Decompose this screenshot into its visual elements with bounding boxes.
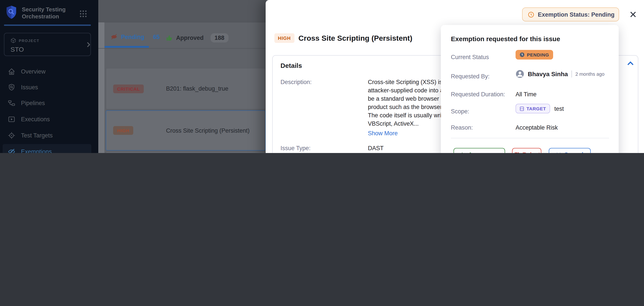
module-grid-icon[interactable] — [80, 10, 87, 18]
sidebar-item-issues[interactable]: Issues — [0, 81, 98, 94]
sidebar-item-label: Issues — [21, 84, 38, 90]
scope-target-chip: TARGET — [516, 104, 550, 113]
exemption-popover: Exemption requested for this issue Curre… — [441, 25, 619, 153]
requested-when: 2 months ago — [576, 71, 604, 77]
play-box-icon — [8, 115, 15, 123]
requester-name: Bhavya Sinha — [528, 70, 568, 77]
tab-approved-label: Approved — [176, 35, 204, 41]
sidebar: Security Testing Orchestration PROJECT S… — [0, 0, 98, 153]
shield-search-icon — [8, 83, 15, 91]
sidebar-item-label: Exemptions — [21, 148, 52, 153]
detail-severity-badge: HIGH — [274, 33, 294, 43]
issue-title: Cross Site Scripting (Persistent) — [166, 127, 250, 134]
exemption-status-banner: Exemption Status: Pending — [522, 8, 619, 22]
cancel-button[interactable]: Cancel — [549, 148, 591, 153]
tab-pending[interactable]: Pending 65 — [110, 33, 160, 40]
sidebar-item-label: Executions — [21, 116, 50, 122]
severity-badge: HIGH — [113, 126, 133, 135]
sidebar-item-label: Overview — [21, 68, 46, 75]
avatar-icon — [516, 70, 524, 78]
requested-by-value: Bhavya Sinha 2 months ago — [516, 70, 604, 78]
sidebar-item-overview[interactable]: Overview — [0, 65, 98, 78]
pending-exemptions-panel: Pending 65 Approved 188 SEVERITY ISSUE C… — [98, 0, 266, 153]
active-tab-underline — [104, 46, 149, 48]
sidebar-item-executions[interactable]: Executions — [0, 112, 98, 126]
severity-badge: CRITICAL — [113, 84, 144, 93]
scope-target-name: test — [554, 105, 564, 112]
target-icon — [8, 131, 15, 139]
exemption-title: Exemption requested for this issue — [451, 35, 560, 43]
requested-duration-label: Requested Duration: — [451, 91, 505, 98]
tab-divider — [98, 48, 266, 49]
details-heading: Details — [280, 62, 302, 69]
issue-title: B201: flask_debug_true — [166, 85, 228, 92]
app-title: Security Testing Orchestration — [22, 6, 79, 20]
tab-pending-count: 65 — [153, 34, 160, 40]
sidebar-item-test-targets[interactable]: Test Targets — [0, 129, 98, 142]
project-label: PROJECT — [19, 39, 39, 43]
description-label: Description: — [280, 79, 312, 85]
current-status-badge: PENDING — [516, 50, 553, 60]
cancel-label: Cancel — [564, 151, 584, 153]
pipeline-icon — [8, 99, 15, 107]
app-logo-shield-icon — [6, 5, 17, 19]
list-header-strip — [98, 0, 266, 22]
collapse-chevron-icon[interactable] — [627, 61, 634, 66]
issue-row[interactable]: MEDIUM Detected a Generic API Key, poten… — [106, 151, 266, 153]
banner-label: Exemption Status: Pending — [538, 11, 614, 18]
eye-off-icon — [8, 148, 15, 153]
current-status-value: PENDING — [527, 52, 549, 57]
issue-detail-drawer: Exemption Status: Pending HIGH Cross Sit… — [266, 0, 644, 153]
app-root: Security Testing Orchestration PROJECT S… — [0, 0, 644, 153]
reject-button[interactable]: Reject — [512, 148, 541, 153]
scope-tag-label: TARGET — [526, 106, 546, 111]
chevron-right-icon — [86, 42, 90, 48]
divider — [572, 70, 572, 77]
issue-type-value: DAST — [368, 145, 384, 151]
show-more-link[interactable]: Show More — [368, 130, 398, 136]
project-name: STO — [10, 46, 24, 53]
sidebar-item-exemptions[interactable]: Exemptions — [0, 145, 98, 153]
sidebar-item-pipelines[interactable]: Pipelines — [0, 96, 98, 109]
requested-by-label: Requested By: — [451, 73, 490, 80]
home-icon — [8, 68, 15, 75]
project-selector[interactable]: PROJECT STO — [4, 33, 91, 56]
list-scrollbar[interactable] — [98, 0, 104, 153]
sidebar-accent-divider — [4, 25, 91, 26]
approve-label: Approve — [468, 151, 492, 153]
clock-icon — [528, 11, 534, 18]
reason-value: Acceptable Risk — [516, 124, 558, 131]
sidebar-item-label: Test Targets — [21, 132, 53, 138]
sidebar-item-label: Pipelines — [21, 100, 45, 106]
eye-off-icon — [110, 33, 118, 40]
tab-approved[interactable]: Approved 188 — [166, 33, 228, 43]
tab-approved-count: 188 — [210, 33, 228, 43]
requested-duration-value: All Time — [516, 91, 536, 98]
issue-row[interactable]: CRITICAL B201: flask_debug_true — [106, 68, 266, 109]
issue-row-selected[interactable]: HIGH Cross Site Scripting (Persistent) — [106, 110, 266, 150]
reject-label: Reject — [522, 151, 540, 153]
thumbs-up-icon — [166, 35, 172, 41]
close-icon[interactable] — [630, 11, 636, 18]
reason-label: Reason: — [451, 124, 473, 131]
cube-icon — [10, 38, 16, 43]
scope-value: TARGET test — [516, 104, 564, 113]
popover-divider — [451, 138, 609, 138]
approve-button[interactable]: Approve — [454, 148, 505, 153]
current-status-label: Current Status — [451, 54, 489, 60]
detail-title: Cross Site Scripting (Persistent) — [298, 34, 412, 43]
tab-pending-label: Pending — [121, 34, 144, 40]
issue-type-label: Issue Type: — [280, 145, 311, 151]
scope-label: Scope: — [451, 108, 469, 115]
